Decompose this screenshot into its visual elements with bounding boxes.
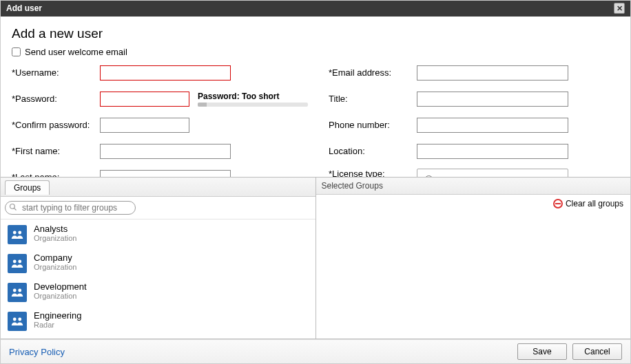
- svg-point-9: [18, 317, 21, 321]
- phone-label: Phone number:: [329, 120, 417, 130]
- groups-tab[interactable]: Groups: [5, 180, 50, 195]
- svg-point-6: [13, 288, 17, 292]
- group-subtitle: Organization: [34, 234, 76, 242]
- svg-point-0: [10, 204, 15, 208]
- confirm-password-input[interactable]: [100, 118, 189, 133]
- cancel-button[interactable]: Cancel: [572, 343, 622, 360]
- title-input[interactable]: [417, 92, 568, 107]
- phone-input[interactable]: [417, 118, 568, 133]
- svg-point-3: [18, 231, 21, 234]
- password-strength-label: Password: Too short: [198, 92, 308, 101]
- location-input[interactable]: [417, 144, 568, 159]
- group-icon: [8, 254, 27, 273]
- password-strength-meter: [198, 103, 308, 107]
- group-subtitle: Organization: [34, 263, 76, 271]
- svg-point-4: [13, 259, 17, 263]
- email-label: *Email address:: [329, 67, 417, 78]
- group-name: Engineering: [34, 310, 81, 321]
- dialog-titlebar: Add user ✕: [1, 1, 630, 17]
- left-column: *Username: *Password: Password: Too shor…: [12, 64, 308, 177]
- group-item[interactable]: DevelopmentOrganization: [1, 277, 316, 306]
- svg-point-7: [18, 288, 21, 292]
- svg-line-1: [14, 208, 17, 210]
- welcome-email-label: Send user welcome email: [25, 47, 127, 57]
- selected-groups-panel: Selected Groups Clear all groups: [316, 178, 631, 339]
- svg-point-2: [13, 231, 17, 234]
- page-heading: Add a new user: [12, 26, 619, 41]
- license-type-group: Creator: [417, 169, 568, 177]
- username-label: *Username:: [12, 67, 100, 78]
- group-list[interactable]: AnalystsOrganizationCompanyOrganizationD…: [1, 220, 316, 339]
- group-name: Development: [34, 281, 87, 292]
- first-name-input[interactable]: [100, 144, 231, 159]
- email-input[interactable]: [417, 65, 568, 81]
- group-item[interactable]: EngineeringRadar: [1, 306, 316, 335]
- clear-all-groups-link[interactable]: Clear all groups: [566, 199, 623, 208]
- group-name: Analysts: [34, 224, 76, 234]
- group-subtitle: Radar: [34, 321, 81, 329]
- first-name-label: *First name:: [12, 146, 100, 156]
- password-input[interactable]: [100, 92, 189, 107]
- close-button[interactable]: ✕: [614, 3, 625, 14]
- add-user-dialog: Add user ✕ Add a new user Send user welc…: [0, 0, 631, 364]
- password-strength: Password: Too short: [198, 92, 308, 107]
- password-label: *Password:: [12, 94, 100, 104]
- group-filter-input[interactable]: [5, 201, 136, 215]
- group-name: Company: [34, 253, 76, 263]
- remove-icon: [553, 199, 563, 208]
- selected-groups-list: [316, 213, 631, 339]
- available-groups-panel: Groups AnalystsOrganizationCompanyOrgani…: [1, 178, 316, 339]
- search-icon: [9, 203, 17, 213]
- selected-groups-header: Selected Groups: [316, 178, 631, 195]
- title-label: Title:: [329, 94, 417, 104]
- svg-point-5: [18, 259, 21, 263]
- group-icon: [8, 283, 27, 302]
- close-icon: ✕: [617, 4, 623, 13]
- group-icon: [8, 312, 27, 331]
- welcome-email-checkbox[interactable]: [12, 47, 21, 56]
- license-label: *License type:: [329, 169, 417, 177]
- dialog-title: Add user: [6, 3, 42, 13]
- right-column: *Email address: Title: Phone number: Loc…: [329, 64, 619, 177]
- username-input[interactable]: [100, 65, 231, 81]
- welcome-email-row: Send user welcome email: [12, 47, 619, 57]
- group-item[interactable]: Organization AdminOrganization: [1, 335, 316, 339]
- last-name-input[interactable]: [100, 170, 231, 177]
- dialog-body: Add a new user Send user welcome email *…: [1, 17, 630, 177]
- svg-point-8: [13, 317, 17, 321]
- confirm-password-label: *Confirm password:: [12, 120, 100, 130]
- group-item[interactable]: AnalystsOrganization: [1, 220, 316, 248]
- privacy-policy-link[interactable]: Privacy Policy: [9, 347, 65, 357]
- svg-rect-12: [555, 203, 561, 204]
- dialog-footer: Privacy Policy Save Cancel: [1, 339, 630, 363]
- location-label: Location:: [329, 146, 417, 156]
- group-icon: [8, 225, 27, 244]
- group-item[interactable]: CompanyOrganization: [1, 248, 316, 277]
- save-button[interactable]: Save: [517, 343, 567, 360]
- group-subtitle: Organization: [34, 292, 87, 300]
- groups-region: Groups AnalystsOrganizationCompanyOrgani…: [1, 177, 630, 340]
